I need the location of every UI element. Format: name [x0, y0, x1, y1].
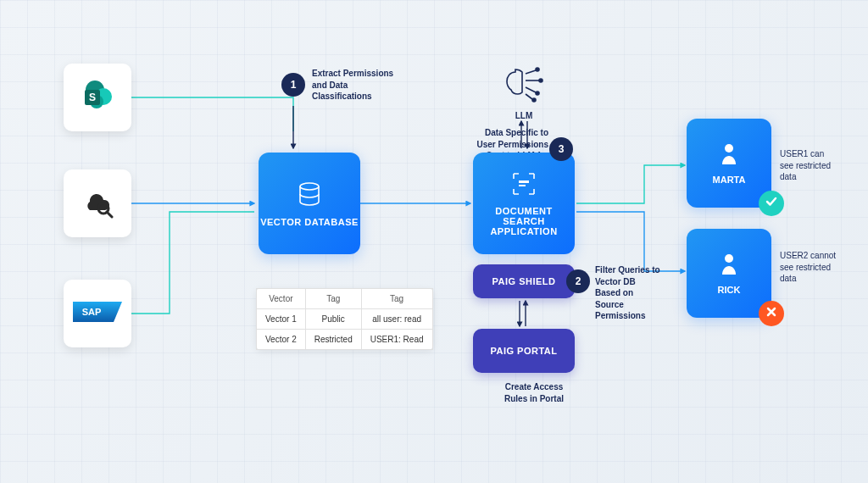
svg-point-8 — [300, 183, 319, 190]
svg-line-13 — [526, 87, 536, 92]
paig-shield-label: PAIG SHIELD — [492, 276, 556, 286]
cross-icon — [765, 306, 777, 321]
svg-text:S: S — [89, 92, 96, 103]
doc-search-icon — [510, 170, 537, 199]
step-num-3: 3 — [559, 143, 565, 155]
step-num-2: 2 — [576, 275, 581, 287]
check-icon — [765, 195, 778, 212]
user-icon — [720, 142, 738, 166]
vector-db-label: VECTOR DATABASE — [260, 217, 359, 227]
table-header-row: Vector Tag Tag — [257, 289, 433, 309]
vector-database-node: VECTOR DATABASE — [259, 153, 360, 254]
svg-point-14 — [536, 92, 539, 95]
status-denied — [759, 301, 784, 326]
step-badge-1: 1 — [281, 73, 305, 97]
svg-point-16 — [532, 98, 536, 102]
database-icon — [295, 180, 324, 210]
user-icon — [720, 253, 738, 276]
user-marta: MARTA — [687, 119, 771, 208]
llm-label: LLM — [498, 111, 549, 120]
th-tag2: Tag — [361, 289, 432, 309]
user-name-marta: MARTA — [713, 175, 746, 185]
source-cloud-search — [64, 169, 131, 237]
svg-rect-18 — [519, 185, 526, 186]
svg-point-12 — [539, 79, 542, 82]
portal-note: Create Access Rules in Portal — [496, 381, 572, 404]
brain-circuit-icon — [498, 94, 549, 108]
user1-note: USER1 can see restricted data — [780, 148, 839, 183]
status-allowed — [759, 191, 784, 216]
paig-shield-node: PAIG SHIELD — [473, 264, 575, 298]
svg-text:SAP: SAP — [82, 307, 102, 317]
svg-point-19 — [725, 144, 733, 153]
step-num-1: 1 — [291, 79, 297, 91]
table-row: Vector 2 Restricted USER1: Read — [257, 330, 433, 350]
sharepoint-icon: S — [80, 78, 115, 117]
source-sap: SAP — [64, 280, 131, 347]
th-vector: Vector — [257, 289, 306, 309]
th-tag1: Tag — [305, 289, 361, 309]
step-text-1: Extract Permissions and Data Classificat… — [312, 68, 397, 103]
sap-logo: SAP — [73, 299, 122, 328]
vector-table: Vector Tag Tag Vector 1 Public all user:… — [256, 288, 433, 350]
paig-portal-label: PAIG PORTAL — [490, 346, 557, 356]
user-rick: RICK — [687, 229, 771, 318]
table-row: Vector 1 Public all user: read — [257, 309, 433, 330]
user-name-rick: RICK — [718, 285, 741, 295]
svg-point-10 — [536, 68, 539, 71]
source-sharepoint: S — [64, 64, 131, 131]
svg-point-20 — [725, 254, 733, 263]
step-badge-2: 2 — [566, 269, 590, 293]
llm-node: LLM — [498, 64, 549, 120]
step-badge-3: 3 — [549, 137, 573, 161]
svg-line-6 — [107, 212, 112, 217]
paig-portal-node: PAIG PORTAL — [473, 329, 575, 373]
cloud-search-icon — [78, 185, 117, 222]
svg-rect-17 — [519, 180, 529, 183]
svg-line-15 — [526, 94, 532, 99]
step-text-2: Filter Queries to Vector DB Based on Sou… — [595, 264, 663, 322]
doc-search-label: DOCUMENT SEARCH APPLICATION — [473, 206, 575, 236]
doc-search-node: DOCUMENT SEARCH APPLICATION — [473, 153, 575, 254]
user2-note: USER2 cannot see restricted data — [780, 250, 839, 285]
svg-line-9 — [526, 70, 536, 74]
